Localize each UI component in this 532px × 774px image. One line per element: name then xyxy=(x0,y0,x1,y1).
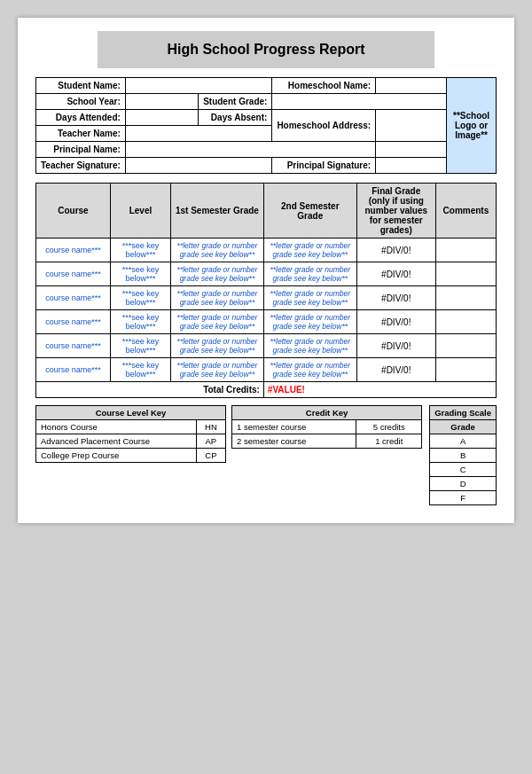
student-name-label: Student Name: xyxy=(36,78,126,94)
col-header-course: Course xyxy=(36,184,111,238)
table-row: course name*** ***see key below*** **let… xyxy=(36,310,497,334)
grade-letter: D xyxy=(430,477,497,491)
grading-scale-table: Grading Scale Grade ABCDF xyxy=(429,405,497,505)
homeschool-address-value[interactable] xyxy=(376,110,447,142)
table-row: course name*** ***see key below*** **let… xyxy=(36,358,497,382)
school-logo: **School Logo or Image** xyxy=(447,78,497,174)
level-name: Honors Course xyxy=(36,420,197,434)
table-row: course name*** ***see key below*** **let… xyxy=(36,262,497,286)
comments-cell[interactable] xyxy=(435,238,496,262)
course-cell[interactable]: course name*** xyxy=(36,310,111,334)
homeschool-name-label: Homeschool Name: xyxy=(272,78,376,94)
comments-cell[interactable] xyxy=(435,310,496,334)
table-row: course name*** ***see key below*** **let… xyxy=(36,334,497,358)
list-item: 2 semester course1 credit xyxy=(232,434,422,449)
list-item: Advanced Placement CourseAP xyxy=(36,434,226,449)
comments-cell[interactable] xyxy=(435,262,496,286)
principal-name-value[interactable] xyxy=(125,142,375,158)
course-cell[interactable]: course name*** xyxy=(36,286,111,310)
table-row: course name*** ***see key below*** **let… xyxy=(36,238,497,262)
level-cell[interactable]: ***see key below*** xyxy=(110,262,170,286)
school-year-value[interactable] xyxy=(125,94,198,110)
total-credits-row: Total Credits: #VALUE! xyxy=(36,382,497,398)
list-item: B xyxy=(430,449,497,463)
final-cell[interactable]: #DIV/0! xyxy=(356,238,435,262)
course-cell[interactable]: course name*** xyxy=(36,334,111,358)
level-cell[interactable]: ***see key below*** xyxy=(110,358,170,382)
table-row: course name*** ***see key below*** **let… xyxy=(36,286,497,310)
list-item: D xyxy=(430,477,497,491)
list-item: C xyxy=(430,463,497,477)
list-item: College Prep CourseCP xyxy=(36,449,226,463)
course-cell[interactable]: course name*** xyxy=(36,262,111,286)
comments-cell[interactable] xyxy=(435,334,496,358)
course-level-key-table: Course Level Key Honors CourseHNAdvanced… xyxy=(35,405,226,463)
credit-key-title: Credit Key xyxy=(232,406,422,420)
sem1-cell[interactable]: **letter grade or number grade see key b… xyxy=(171,262,264,286)
credit-key-table: Credit Key 1 semester course5 credits2 s… xyxy=(231,405,422,449)
student-name-value[interactable] xyxy=(125,78,272,94)
col-header-sem2: 2nd Semester Grade xyxy=(263,184,356,238)
final-cell[interactable]: #DIV/0! xyxy=(356,334,435,358)
level-cell[interactable]: ***see key below*** xyxy=(110,334,170,358)
course-cell[interactable]: course name*** xyxy=(36,238,111,262)
homeschool-name-value[interactable] xyxy=(376,78,447,94)
bottom-section: Course Level Key Honors CourseHNAdvanced… xyxy=(35,405,497,505)
student-grade-label: Student Grade: xyxy=(199,94,272,110)
level-cell[interactable]: ***see key below*** xyxy=(110,238,170,262)
total-credits-value: #VALUE! xyxy=(263,382,496,398)
teacher-signature-value[interactable] xyxy=(125,158,272,174)
comments-cell[interactable] xyxy=(435,286,496,310)
grade-letter: F xyxy=(430,491,497,505)
list-item: 1 semester course5 credits xyxy=(232,420,422,434)
level-code: AP xyxy=(196,434,225,449)
level-name: College Prep Course xyxy=(36,449,197,463)
sem1-cell[interactable]: **letter grade or number grade see key b… xyxy=(171,334,264,358)
list-item: F xyxy=(430,491,497,505)
principal-name-label: Principal Name: xyxy=(36,142,126,158)
final-cell[interactable]: #DIV/0! xyxy=(356,310,435,334)
page-title: High School Progress Report xyxy=(98,42,434,58)
teacher-signature-label: Teacher Signature: xyxy=(36,158,126,174)
sem2-cell[interactable]: **letter grade or number grade see key b… xyxy=(263,334,356,358)
grading-scale-title: Grading Scale xyxy=(430,406,497,420)
days-absent-label: Days Absent: xyxy=(199,110,272,126)
level-name: Advanced Placement Course xyxy=(36,434,197,449)
homeschool-address-label: Homeschool Address: xyxy=(272,110,376,142)
sem1-cell[interactable]: **letter grade or number grade see key b… xyxy=(171,238,264,262)
teacher-name-label: Teacher Name: xyxy=(36,126,126,142)
credit-type: 1 semester course xyxy=(232,420,356,434)
page: High School Progress Report Student Name… xyxy=(18,18,514,523)
level-cell[interactable]: ***see key below*** xyxy=(110,310,170,334)
col-header-sem1: 1st Semester Grade xyxy=(171,184,264,238)
level-code: HN xyxy=(196,420,225,434)
teacher-name-value[interactable] xyxy=(125,126,272,142)
final-cell[interactable]: #DIV/0! xyxy=(356,262,435,286)
grades-table: Course Level 1st Semester Grade 2nd Seme… xyxy=(35,183,497,398)
sem2-cell[interactable]: **letter grade or number grade see key b… xyxy=(263,310,356,334)
course-cell[interactable]: course name*** xyxy=(36,358,111,382)
sem2-cell[interactable]: **letter grade or number grade see key b… xyxy=(263,286,356,310)
credit-value: 1 credit xyxy=(356,434,422,449)
sem2-cell[interactable]: **letter grade or number grade see key b… xyxy=(263,358,356,382)
sem1-cell[interactable]: **letter grade or number grade see key b… xyxy=(171,358,264,382)
principal-signature-label: Principal Signature: xyxy=(272,158,376,174)
sem2-cell[interactable]: **letter grade or number grade see key b… xyxy=(263,262,356,286)
grade-letter: B xyxy=(430,449,497,463)
days-attended-value[interactable] xyxy=(125,110,198,126)
sem2-cell[interactable]: **letter grade or number grade see key b… xyxy=(263,238,356,262)
sem1-cell[interactable]: **letter grade or number grade see key b… xyxy=(171,286,264,310)
level-cell[interactable]: ***see key below*** xyxy=(110,286,170,310)
principal-signature-value[interactable] xyxy=(376,158,447,174)
student-grade-value[interactable] xyxy=(272,94,447,110)
total-credits-label: Total Credits: xyxy=(36,382,264,398)
final-cell[interactable]: #DIV/0! xyxy=(356,286,435,310)
principal-name-extra[interactable] xyxy=(376,142,447,158)
days-attended-label: Days Attended: xyxy=(36,110,126,126)
col-header-level: Level xyxy=(110,184,170,238)
comments-cell[interactable] xyxy=(435,358,496,382)
credit-type: 2 semester course xyxy=(232,434,356,449)
sem1-cell[interactable]: **letter grade or number grade see key b… xyxy=(171,310,264,334)
final-cell[interactable]: #DIV/0! xyxy=(356,358,435,382)
grade-letter: A xyxy=(430,434,497,449)
